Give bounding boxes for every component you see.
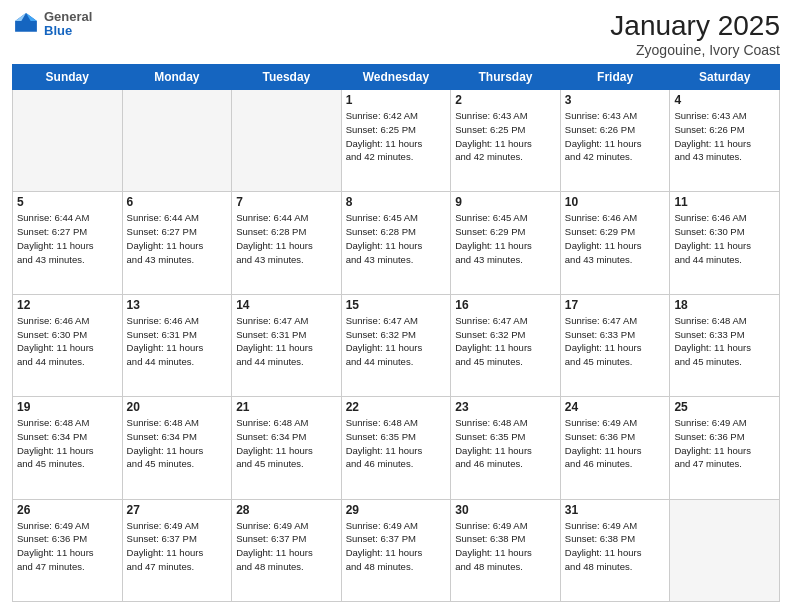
day-number: 2 [455, 93, 556, 107]
day-number: 29 [346, 503, 447, 517]
day-number: 15 [346, 298, 447, 312]
day-number: 11 [674, 195, 775, 209]
day-number: 17 [565, 298, 666, 312]
calendar-cell [122, 90, 232, 192]
calendar-cell: 23Sunrise: 6:48 AMSunset: 6:35 PMDayligh… [451, 397, 561, 499]
day-info: Sunrise: 6:47 AMSunset: 6:31 PMDaylight:… [236, 314, 337, 369]
calendar-cell: 1Sunrise: 6:42 AMSunset: 6:25 PMDaylight… [341, 90, 451, 192]
calendar-cell: 15Sunrise: 6:47 AMSunset: 6:32 PMDayligh… [341, 294, 451, 396]
logo-text: General Blue [44, 10, 92, 39]
calendar-cell [13, 90, 123, 192]
week-row-3: 19Sunrise: 6:48 AMSunset: 6:34 PMDayligh… [13, 397, 780, 499]
day-number: 26 [17, 503, 118, 517]
day-number: 12 [17, 298, 118, 312]
calendar-cell: 28Sunrise: 6:49 AMSunset: 6:37 PMDayligh… [232, 499, 342, 601]
day-info: Sunrise: 6:44 AMSunset: 6:28 PMDaylight:… [236, 211, 337, 266]
col-monday: Monday [122, 65, 232, 90]
calendar-cell: 17Sunrise: 6:47 AMSunset: 6:33 PMDayligh… [560, 294, 670, 396]
day-info: Sunrise: 6:44 AMSunset: 6:27 PMDaylight:… [127, 211, 228, 266]
calendar-cell: 25Sunrise: 6:49 AMSunset: 6:36 PMDayligh… [670, 397, 780, 499]
day-info: Sunrise: 6:49 AMSunset: 6:36 PMDaylight:… [674, 416, 775, 471]
day-number: 1 [346, 93, 447, 107]
logo-blue: Blue [44, 24, 92, 38]
col-sunday: Sunday [13, 65, 123, 90]
calendar-cell [232, 90, 342, 192]
day-info: Sunrise: 6:46 AMSunset: 6:30 PMDaylight:… [674, 211, 775, 266]
logo: General Blue [12, 10, 92, 39]
day-info: Sunrise: 6:49 AMSunset: 6:37 PMDaylight:… [236, 519, 337, 574]
day-number: 25 [674, 400, 775, 414]
day-info: Sunrise: 6:46 AMSunset: 6:31 PMDaylight:… [127, 314, 228, 369]
calendar-cell: 6Sunrise: 6:44 AMSunset: 6:27 PMDaylight… [122, 192, 232, 294]
calendar-cell: 8Sunrise: 6:45 AMSunset: 6:28 PMDaylight… [341, 192, 451, 294]
day-number: 4 [674, 93, 775, 107]
day-info: Sunrise: 6:44 AMSunset: 6:27 PMDaylight:… [17, 211, 118, 266]
day-number: 6 [127, 195, 228, 209]
calendar-cell: 24Sunrise: 6:49 AMSunset: 6:36 PMDayligh… [560, 397, 670, 499]
calendar-cell: 31Sunrise: 6:49 AMSunset: 6:38 PMDayligh… [560, 499, 670, 601]
calendar-cell: 2Sunrise: 6:43 AMSunset: 6:25 PMDaylight… [451, 90, 561, 192]
day-info: Sunrise: 6:48 AMSunset: 6:35 PMDaylight:… [346, 416, 447, 471]
calendar-cell: 11Sunrise: 6:46 AMSunset: 6:30 PMDayligh… [670, 192, 780, 294]
day-info: Sunrise: 6:48 AMSunset: 6:33 PMDaylight:… [674, 314, 775, 369]
week-row-0: 1Sunrise: 6:42 AMSunset: 6:25 PMDaylight… [13, 90, 780, 192]
col-saturday: Saturday [670, 65, 780, 90]
day-number: 7 [236, 195, 337, 209]
calendar-cell: 7Sunrise: 6:44 AMSunset: 6:28 PMDaylight… [232, 192, 342, 294]
calendar-cell: 29Sunrise: 6:49 AMSunset: 6:37 PMDayligh… [341, 499, 451, 601]
calendar-cell: 4Sunrise: 6:43 AMSunset: 6:26 PMDaylight… [670, 90, 780, 192]
day-info: Sunrise: 6:47 AMSunset: 6:32 PMDaylight:… [455, 314, 556, 369]
col-friday: Friday [560, 65, 670, 90]
calendar-cell: 12Sunrise: 6:46 AMSunset: 6:30 PMDayligh… [13, 294, 123, 396]
calendar-table: Sunday Monday Tuesday Wednesday Thursday… [12, 64, 780, 602]
day-info: Sunrise: 6:45 AMSunset: 6:29 PMDaylight:… [455, 211, 556, 266]
day-info: Sunrise: 6:49 AMSunset: 6:37 PMDaylight:… [127, 519, 228, 574]
day-number: 19 [17, 400, 118, 414]
day-number: 20 [127, 400, 228, 414]
calendar-cell: 21Sunrise: 6:48 AMSunset: 6:34 PMDayligh… [232, 397, 342, 499]
calendar-body: 1Sunrise: 6:42 AMSunset: 6:25 PMDaylight… [13, 90, 780, 602]
calendar-cell: 10Sunrise: 6:46 AMSunset: 6:29 PMDayligh… [560, 192, 670, 294]
calendar-cell: 18Sunrise: 6:48 AMSunset: 6:33 PMDayligh… [670, 294, 780, 396]
day-number: 21 [236, 400, 337, 414]
weekday-row: Sunday Monday Tuesday Wednesday Thursday… [13, 65, 780, 90]
logo-icon [12, 10, 40, 38]
day-info: Sunrise: 6:48 AMSunset: 6:34 PMDaylight:… [17, 416, 118, 471]
day-number: 23 [455, 400, 556, 414]
calendar-cell: 16Sunrise: 6:47 AMSunset: 6:32 PMDayligh… [451, 294, 561, 396]
calendar-cell: 27Sunrise: 6:49 AMSunset: 6:37 PMDayligh… [122, 499, 232, 601]
calendar-title: January 2025 [610, 10, 780, 42]
day-info: Sunrise: 6:49 AMSunset: 6:38 PMDaylight:… [565, 519, 666, 574]
day-number: 31 [565, 503, 666, 517]
calendar-subtitle: Zyogouine, Ivory Coast [610, 42, 780, 58]
calendar-cell: 26Sunrise: 6:49 AMSunset: 6:36 PMDayligh… [13, 499, 123, 601]
day-number: 13 [127, 298, 228, 312]
day-info: Sunrise: 6:46 AMSunset: 6:30 PMDaylight:… [17, 314, 118, 369]
day-number: 30 [455, 503, 556, 517]
col-thursday: Thursday [451, 65, 561, 90]
week-row-1: 5Sunrise: 6:44 AMSunset: 6:27 PMDaylight… [13, 192, 780, 294]
day-info: Sunrise: 6:45 AMSunset: 6:28 PMDaylight:… [346, 211, 447, 266]
page: General Blue January 2025 Zyogouine, Ivo… [0, 0, 792, 612]
calendar-cell [670, 499, 780, 601]
day-info: Sunrise: 6:47 AMSunset: 6:32 PMDaylight:… [346, 314, 447, 369]
day-number: 22 [346, 400, 447, 414]
day-info: Sunrise: 6:43 AMSunset: 6:26 PMDaylight:… [674, 109, 775, 164]
day-number: 5 [17, 195, 118, 209]
day-info: Sunrise: 6:49 AMSunset: 6:37 PMDaylight:… [346, 519, 447, 574]
day-info: Sunrise: 6:48 AMSunset: 6:34 PMDaylight:… [236, 416, 337, 471]
day-number: 14 [236, 298, 337, 312]
day-number: 3 [565, 93, 666, 107]
calendar-cell: 20Sunrise: 6:48 AMSunset: 6:34 PMDayligh… [122, 397, 232, 499]
day-number: 16 [455, 298, 556, 312]
day-number: 18 [674, 298, 775, 312]
svg-marker-0 [15, 13, 37, 32]
col-wednesday: Wednesday [341, 65, 451, 90]
day-number: 9 [455, 195, 556, 209]
week-row-2: 12Sunrise: 6:46 AMSunset: 6:30 PMDayligh… [13, 294, 780, 396]
calendar-header: Sunday Monday Tuesday Wednesday Thursday… [13, 65, 780, 90]
day-info: Sunrise: 6:47 AMSunset: 6:33 PMDaylight:… [565, 314, 666, 369]
day-number: 10 [565, 195, 666, 209]
day-info: Sunrise: 6:43 AMSunset: 6:25 PMDaylight:… [455, 109, 556, 164]
day-number: 24 [565, 400, 666, 414]
